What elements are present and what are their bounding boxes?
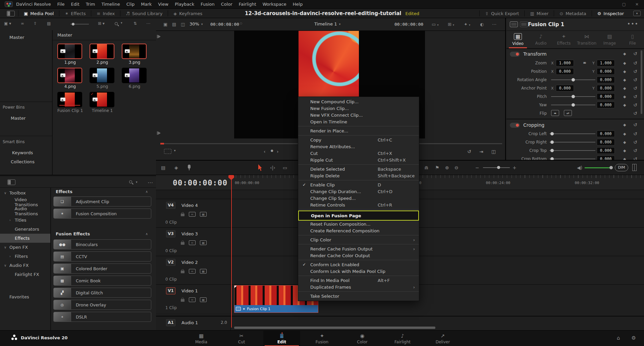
- crop-slider[interactable]: [549, 133, 595, 134]
- smart-bins-header[interactable]: Smart Bins: [3, 139, 25, 144]
- context-menu-item[interactable]: Open in Fusion Page: [298, 211, 419, 221]
- reset-icon[interactable]: ↺: [633, 139, 637, 145]
- value-field-y[interactable]: 0.000: [597, 68, 615, 75]
- smart-bins-collections[interactable]: Collections: [11, 159, 35, 164]
- dim-button[interactable]: DIM: [615, 164, 628, 171]
- media-clip-thumbnail[interactable]: [90, 44, 114, 59]
- context-menu-item[interactable]: Duplicated Frames: [298, 284, 419, 290]
- toolbar-button[interactable]: ⇧ Quick Export: [479, 10, 524, 16]
- page-button[interactable]: ▦ Media: [183, 331, 220, 346]
- collapse-icon[interactable]: ∧: [146, 190, 148, 193]
- value-field-x[interactable]: 0.000: [556, 85, 574, 92]
- context-menu-item[interactable]: Enable Clip D: [298, 181, 419, 188]
- clip-inspector-icon[interactable]: [510, 21, 518, 27]
- context-menu-item[interactable]: Open in Timeline: [298, 118, 419, 125]
- bin-tree-master[interactable]: Master: [9, 35, 24, 40]
- menu-item[interactable]: Edit: [71, 2, 79, 7]
- media-clip-thumbnail[interactable]: [57, 68, 82, 83]
- track-badge[interactable]: V1: [166, 287, 175, 294]
- page-button[interactable]: ✦ Fusion: [304, 331, 340, 346]
- toolbar-button[interactable]: ♬ Sound Library: [120, 10, 168, 16]
- context-menu-item[interactable]: New VFX Connect Clip...: [298, 112, 419, 118]
- grid-view-icon[interactable]: ⊞ ▾: [98, 21, 105, 26]
- track-header[interactable]: V4 Video 4 ‹› ▤ 0 Clip: [156, 199, 231, 227]
- keyframe-icon[interactable]: ◆: [623, 132, 626, 136]
- context-menu-item[interactable]: Take Selector: [298, 293, 419, 299]
- timeline-horizontal-scrollbar[interactable]: [234, 327, 435, 329]
- menu-item[interactable]: View: [158, 2, 168, 7]
- snapping-icon[interactable]: ⋒: [424, 165, 428, 170]
- context-menu-item[interactable]: Clip Color: [298, 236, 419, 243]
- crop-value-field[interactable]: 0.000: [597, 147, 615, 154]
- import-media-icon[interactable]: ⇧: [34, 21, 37, 26]
- effects-tree-item[interactable]: ∨ Audio FX: [0, 261, 50, 270]
- media-clip-thumbnail[interactable]: [90, 92, 114, 107]
- media-clip[interactable]: 5.png: [90, 68, 115, 89]
- sort-icon[interactable]: ⇅: [133, 21, 137, 26]
- crop-value-field[interactable]: 0.000: [597, 130, 615, 137]
- wand-icon[interactable]: ✦ ▾: [464, 22, 470, 27]
- page-button[interactable]: ◉ Color: [344, 331, 381, 346]
- inspector-tab[interactable]: ✦ Effects: [552, 31, 575, 48]
- menu-item[interactable]: Timeline: [101, 2, 120, 7]
- menu-item[interactable]: DaVinci Resolve: [16, 2, 51, 7]
- keyframe-icon[interactable]: ◆: [623, 103, 626, 107]
- context-menu-item[interactable]: Render in Place...: [298, 127, 419, 134]
- track-header[interactable]: V1 Video 1 ‹› ▤ 1 Clip: [156, 285, 231, 313]
- flip-vertical-icon[interactable]: ▴▾: [564, 110, 572, 116]
- menu-item[interactable]: Color: [221, 2, 232, 7]
- reset-icon[interactable]: ↺: [633, 85, 637, 91]
- reset-icon[interactable]: ↺: [633, 131, 637, 136]
- track-badge[interactable]: V4: [166, 202, 175, 209]
- search-icon[interactable]: [115, 22, 118, 25]
- menu-item[interactable]: Mark: [141, 2, 152, 7]
- lock-icon[interactable]: [181, 214, 184, 216]
- keyframe-icon[interactable]: ◆: [623, 157, 626, 160]
- toolbar-button[interactable]: ▥ Mixer: [524, 10, 554, 16]
- context-menu-item[interactable]: New Compound Clip...: [298, 98, 419, 105]
- media-clip[interactable]: Timeline 1: [90, 92, 115, 113]
- settings-gear-icon[interactable]: ⚙: [632, 335, 636, 341]
- reset-icon[interactable]: ↺: [633, 69, 637, 74]
- reset-icon[interactable]: ↺: [633, 102, 637, 108]
- media-clip-thumbnail[interactable]: [122, 68, 147, 83]
- effects-tree-item[interactable]: ∨ Open FX: [0, 243, 50, 252]
- filmstrip-icon[interactable]: ▤: [200, 240, 207, 245]
- keyframe-icon[interactable]: ◆: [623, 86, 626, 91]
- inspector-tab[interactable]: ▨ Image: [598, 31, 621, 48]
- inspector-tab[interactable]: ♪ Audio: [529, 31, 552, 48]
- viewer-zoom-select[interactable]: 30%▾: [190, 21, 203, 26]
- selection-mode-icon[interactable]: [258, 164, 263, 171]
- smart-bins-keywords[interactable]: Keywords: [12, 150, 33, 155]
- page-button[interactable]: ♪ Fairlight: [384, 331, 421, 346]
- razor-edit-mode-icon[interactable]: ▭: [283, 165, 287, 170]
- effects-panel-toggle[interactable]: [7, 179, 15, 185]
- loop-icon[interactable]: ↺: [467, 149, 471, 154]
- context-menu-item[interactable]: Cut Ctrl+X: [298, 150, 419, 157]
- menu-item[interactable]: Help: [293, 2, 303, 7]
- power-bins-master[interactable]: Master: [11, 116, 25, 121]
- lock-icon[interactable]: [181, 299, 184, 302]
- crop-value-field[interactable]: 0.000: [597, 156, 615, 160]
- reset-icon[interactable]: ↺: [633, 122, 637, 127]
- context-menu-item[interactable]: Change Clip Duration... Ctrl+D: [298, 188, 419, 195]
- effects-tree-item[interactable]: Audio Transitions: [0, 207, 50, 216]
- previous-clip-icon[interactable]: ‹: [264, 149, 266, 154]
- crop-slider[interactable]: [549, 159, 595, 159]
- keyframe-icon[interactable]: ◆: [623, 140, 626, 145]
- effects-tree-item[interactable]: Fairlight FX: [0, 270, 50, 279]
- effects-tree-item[interactable]: › Titles: [0, 216, 50, 225]
- effect-card[interactable]: ✶ Fusion Composition: [53, 209, 151, 219]
- lock-icon[interactable]: [181, 271, 184, 273]
- options-dots-icon[interactable]: ⋯: [146, 21, 150, 26]
- auto-select-icon[interactable]: ‹›: [189, 269, 196, 274]
- reset-icon[interactable]: ↺: [633, 156, 637, 160]
- toolbar-button[interactable]: ✶ Effects: [59, 10, 91, 16]
- flag-icon[interactable]: ⚑: [435, 165, 439, 170]
- search-chevron-icon[interactable]: ▾: [136, 180, 138, 184]
- viewer-options-dots-icon[interactable]: ⋯: [492, 22, 496, 27]
- speaker-icon[interactable]: ◀): [577, 165, 582, 170]
- split-view-icon[interactable]: ◫: [181, 22, 185, 27]
- track-badge[interactable]: V2: [166, 259, 175, 266]
- toolbar-button[interactable]: ▣ Media Pool: [18, 10, 59, 16]
